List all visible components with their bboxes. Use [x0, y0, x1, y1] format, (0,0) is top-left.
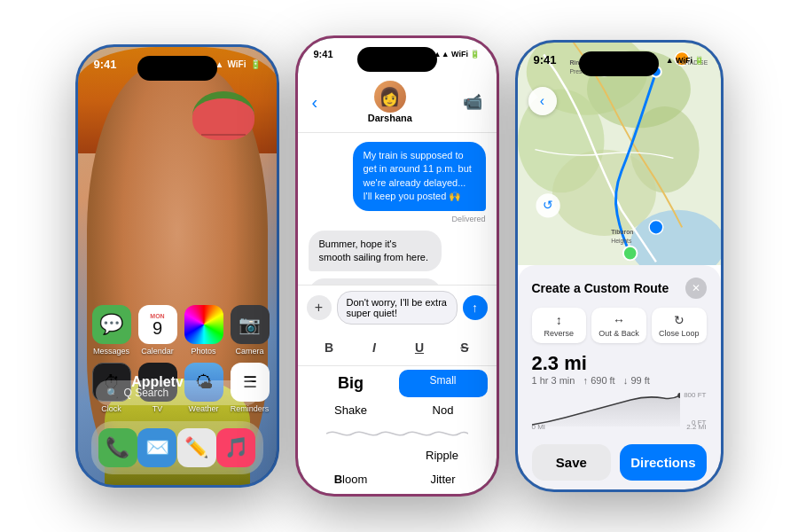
- app-calendar-label: Calendar: [141, 347, 174, 356]
- effect-bloom[interactable]: Bloom: [307, 468, 395, 490]
- effect-small[interactable]: Small: [399, 370, 488, 397]
- app-photos[interactable]: Photos: [184, 305, 223, 356]
- phone-2: 9:41 ▲▲ WiFi 🔋 ‹ 👩 Darshana 📹 My train i…: [295, 35, 499, 497]
- phone-3: 9:41 ▲ WiFi 🔋: [515, 40, 724, 492]
- bubble-received-1: Bummer, hope it's smooth sailing from he…: [309, 231, 442, 272]
- status-bar-3: 9:41 ▲ WiFi 🔋: [518, 53, 721, 66]
- dynamic-island-2: [357, 47, 437, 72]
- dock: 📞 ✉️ ✏️ 🎵: [91, 421, 263, 474]
- dock-mail[interactable]: ✉️: [137, 428, 176, 467]
- app-weather-label: Weather: [189, 404, 219, 413]
- effect-jitter[interactable]: Jitter: [399, 468, 488, 490]
- send-button[interactable]: ↑: [463, 295, 488, 320]
- app-reminders-label: Reminders: [231, 404, 270, 413]
- home-background: [78, 47, 277, 485]
- elevation-chart: 800 FT 0 FT: [532, 391, 707, 435]
- effect-nod[interactable]: Nod: [399, 399, 488, 421]
- route-distance: 2.3 mi: [532, 352, 707, 375]
- underline-button[interactable]: U: [406, 335, 433, 360]
- back-button[interactable]: ‹: [312, 92, 318, 113]
- time-3: 9:41: [534, 53, 557, 66]
- time-1: 9:41: [94, 58, 117, 71]
- search-text: Q Search: [124, 387, 169, 399]
- dynamic-island-1: [137, 56, 217, 81]
- dock-phone[interactable]: 📞: [98, 428, 137, 467]
- watermelon: [192, 91, 254, 140]
- bold-button[interactable]: B: [316, 335, 342, 360]
- out-and-back-button[interactable]: ↔ Out & Back: [591, 308, 646, 343]
- app-photos-label: Photos: [191, 347, 215, 356]
- dock-music[interactable]: 🎵: [216, 428, 255, 467]
- strikethrough-button[interactable]: S: [451, 335, 478, 360]
- app-tv-label: TV: [153, 404, 163, 413]
- format-toolbar: B I U S: [298, 330, 497, 366]
- svg-point-12: [649, 221, 663, 235]
- app-camera[interactable]: 📷 Camera: [231, 305, 270, 356]
- message-input-area: + Don't worry, I'll be extra super quiet…: [298, 285, 497, 330]
- video-call-button[interactable]: 📹: [463, 92, 482, 112]
- directions-button[interactable]: Directions: [620, 444, 706, 481]
- svg-point-8: [622, 246, 637, 261]
- app-messages[interactable]: 💬 Messages: [92, 305, 131, 356]
- message-input[interactable]: Don't worry, I'll be extra super quiet!: [337, 291, 458, 325]
- effect-shake[interactable]: Shake: [307, 399, 395, 421]
- maps-screen: 🏔 Ring Mountain Preserve Tiburon Heights…: [518, 43, 721, 489]
- route-options: ↕ Reverse ↔ Out & Back ↻ Close Loop: [532, 308, 707, 343]
- bubble-received-2: I'll be in bed by the time you get back—…: [309, 278, 442, 285]
- contact-avatar: 👩: [374, 81, 406, 113]
- message-thread: My train is supposed to get in around 11…: [298, 133, 497, 285]
- svg-point-5: [552, 150, 655, 236]
- contact-info: 👩 Darshana: [368, 81, 412, 123]
- route-stats: 2.3 mi 1 hr 3 min ↑ 690 ft ↓ 99 ft: [532, 352, 707, 386]
- app-calendar[interactable]: MON 9 Calendar: [138, 305, 177, 356]
- app-messages-label: Messages: [93, 347, 129, 356]
- svg-text:Heights: Heights: [611, 238, 632, 245]
- route-panel: Create a Custom Route ✕ ↕ Reverse ↔ Out …: [518, 265, 721, 489]
- effect-big[interactable]: Big: [307, 370, 395, 397]
- squiggle-decoration: [307, 423, 488, 444]
- svg-text:↺: ↺: [543, 199, 553, 212]
- add-attachment-button[interactable]: +: [307, 295, 332, 320]
- messages-screen: 9:41 ▲▲ WiFi 🔋 ‹ 👩 Darshana 📹 My train i…: [298, 38, 497, 494]
- dock-notes[interactable]: ✏️: [177, 428, 216, 467]
- italic-button[interactable]: I: [361, 335, 387, 360]
- time-2: 9:41: [314, 49, 333, 59]
- bubble-sent-1: My train is supposed to get in around 11…: [353, 142, 486, 211]
- svg-text:Tiburon: Tiburon: [611, 229, 633, 235]
- search-bar[interactable]: 🔍 Q Search: [96, 380, 259, 405]
- map-back-button[interactable]: ‹: [528, 87, 557, 115]
- text-effects-panel: Big Small Shake Nod Ripple Bloom Jitter: [298, 366, 497, 494]
- close-loop-button[interactable]: ↻ Close Loop: [652, 308, 707, 343]
- save-button[interactable]: Save: [532, 444, 612, 481]
- effect-ripple[interactable]: Ripple: [397, 444, 488, 466]
- route-actions: Save Directions: [532, 444, 707, 481]
- app-clock-label: Clock: [101, 404, 121, 413]
- route-meta: 1 hr 3 min ↑ 690 ft ↓ 99 ft: [532, 375, 707, 386]
- contact-name: Darshana: [368, 113, 412, 123]
- reverse-button[interactable]: ↕ Reverse: [532, 308, 587, 343]
- route-panel-title: Create a Custom Route: [532, 281, 669, 295]
- phone-1: 9:41 ▲▲ WiFi 🔋 💬 Messages MON 9 Calendar: [75, 44, 279, 488]
- delivered-status: Delivered: [309, 215, 486, 223]
- app-camera-label: Camera: [235, 347, 263, 356]
- route-close-button[interactable]: ✕: [685, 278, 707, 299]
